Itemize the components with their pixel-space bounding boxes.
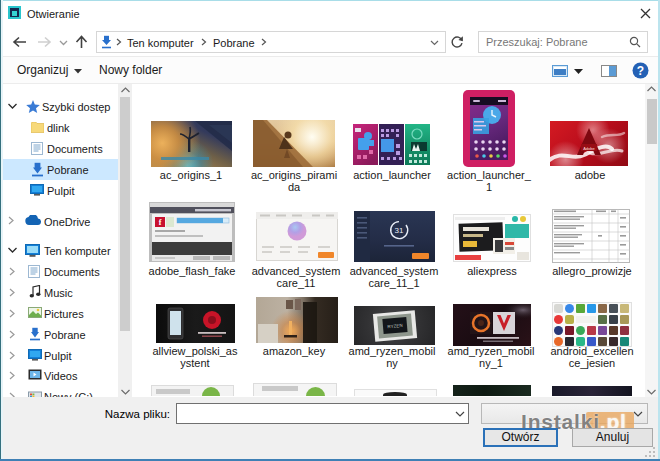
svg-text:f: f xyxy=(159,218,162,227)
svg-text:Adobe: Adobe xyxy=(583,146,595,151)
svg-text:31: 31 xyxy=(395,226,404,235)
svg-text:?: ? xyxy=(637,64,644,78)
